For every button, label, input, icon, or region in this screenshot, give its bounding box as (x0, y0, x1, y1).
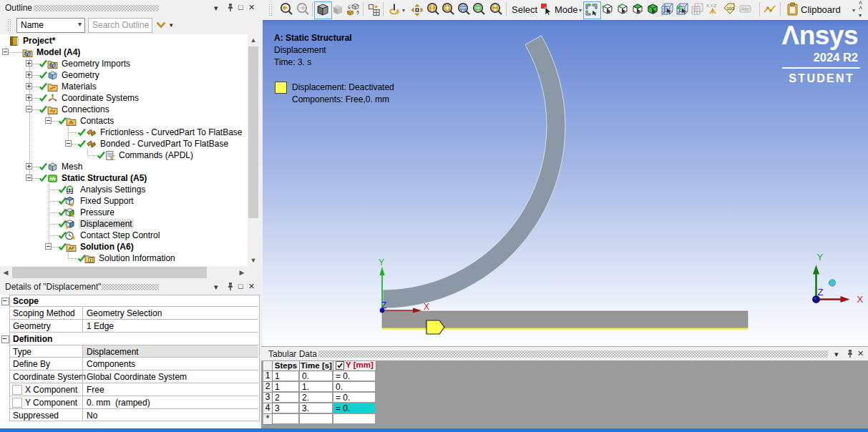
svg-text:X: X (857, 294, 864, 305)
svg-text:Z: Z (381, 300, 386, 310)
svg-text:X: X (424, 302, 429, 312)
svg-text:Y: Y (379, 257, 384, 267)
svg-text:X,Y,Z: X,Y,Z (706, 4, 717, 8)
svg-text:Abc: Abc (741, 6, 751, 11)
svg-text:100: 100 (727, 6, 735, 11)
svg-text:C: C (110, 153, 115, 161)
svg-text:Y: Y (817, 252, 824, 262)
svg-text:Z: Z (818, 287, 824, 298)
